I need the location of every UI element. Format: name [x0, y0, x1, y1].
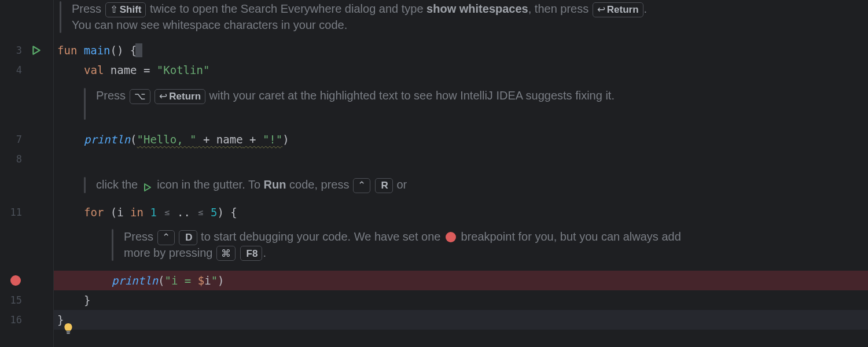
gutter[interactable]: 3 4 7 8 11 15 16	[0, 0, 53, 347]
run-gutter-icon[interactable]	[31, 45, 42, 56]
inlay-hint: ≤	[157, 202, 177, 222]
code-line[interactable]: println("i = $i")	[54, 271, 868, 290]
kbd-return: ↩Return	[593, 2, 643, 17]
hint-whitespace: Press ⇧Shift twice to open the Search Ev…	[60, 1, 650, 33]
kbd-cmd: ⌘	[216, 246, 236, 261]
line-number[interactable]: 8	[0, 149, 53, 169]
line-number[interactable]: 16	[0, 310, 53, 330]
code-line[interactable]: for (i in 1 ≤ .. ≤ 5) {	[54, 202, 868, 222]
inlay-hint: ≤	[190, 202, 211, 222]
code-line[interactable]: val name = "Kotlin"	[54, 60, 868, 80]
caret	[135, 43, 142, 57]
hint-run: click the icon in the gutter. To Run cod…	[84, 177, 605, 193]
line-number[interactable]: 3	[0, 40, 53, 60]
kbd-f8: F8	[240, 246, 263, 261]
kbd-option: ⌥	[130, 89, 150, 104]
line-number[interactable]: 15	[0, 290, 53, 310]
code-editor[interactable]: 3 4 7 8 11 15 16 Press ⇧Shift twice to o…	[0, 0, 868, 347]
line-number[interactable]: 4	[0, 60, 53, 80]
svg-rect-1	[67, 333, 70, 334]
hint-quickfix: Press ⌥ ↩Return with your caret at the h…	[84, 88, 703, 120]
kbd-ctrl: ⌃	[353, 178, 370, 193]
run-icon	[143, 180, 152, 190]
code-line[interactable]	[54, 149, 868, 169]
line-number[interactable]	[0, 271, 53, 290]
kbd-d: D	[179, 230, 197, 245]
line-number[interactable]: 7	[0, 130, 53, 149]
code-line[interactable]: println("Hello, " + name + "!")	[54, 130, 868, 149]
svg-rect-0	[67, 331, 71, 333]
kbd-ctrl: ⌃	[157, 230, 175, 245]
code-line[interactable]: fun main() {	[54, 40, 868, 60]
hint-debug: Press ⌃ D to start debugging your code. …	[112, 229, 708, 261]
breakpoint-icon	[446, 232, 456, 242]
code-line[interactable]: }	[54, 310, 868, 330]
breakpoint-icon[interactable]	[10, 275, 21, 286]
intention-bulb-icon[interactable]	[63, 323, 73, 335]
code-line[interactable]: }	[54, 290, 868, 310]
kbd-shift: ⇧Shift	[105, 2, 146, 17]
kbd-return: ↩Return	[155, 89, 205, 104]
line-number[interactable]: 11	[0, 202, 53, 222]
kbd-r: R	[375, 178, 393, 193]
code-area[interactable]: Press ⇧Shift twice to open the Search Ev…	[53, 0, 868, 347]
